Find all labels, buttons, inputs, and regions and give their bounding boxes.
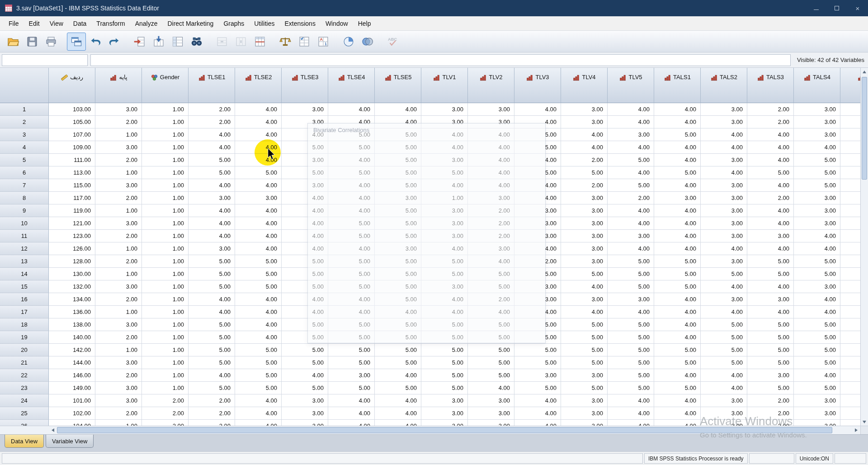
data-cell[interactable]: 4.00 <box>514 103 561 116</box>
data-cell[interactable]: 3.00 <box>794 103 840 116</box>
data-cell[interactable]: 3.00 <box>608 128 654 141</box>
value-labels-button[interactable]: A1 <box>314 33 333 51</box>
data-cell[interactable]: 5.00 <box>421 382 468 394</box>
data-cell[interactable]: 3.00 <box>561 192 608 204</box>
data-cell[interactable]: 3.00 <box>561 116 608 128</box>
find-button[interactable] <box>187 33 206 51</box>
data-cell[interactable]: 4.00 <box>840 141 860 154</box>
data-cell[interactable]: 1.00 <box>95 166 142 179</box>
data-cell[interactable]: 4.00 <box>514 394 561 407</box>
data-cell[interactable]: 4.00 <box>794 242 840 255</box>
column-header-1[interactable]: پایه <box>95 68 142 103</box>
data-cell[interactable]: 5.00 <box>189 268 235 280</box>
data-cell[interactable]: 3.00 <box>840 192 860 204</box>
data-cell[interactable]: 5.00 <box>654 356 701 369</box>
data-cell[interactable]: 3.00 <box>794 217 840 230</box>
data-cell[interactable]: 3.00 <box>794 394 840 407</box>
data-cell[interactable]: 5.00 <box>747 166 794 179</box>
data-cell[interactable]: 4.00 <box>235 407 282 420</box>
data-cell[interactable]: 101.00 <box>49 394 95 407</box>
data-cell[interactable]: 3.00 <box>840 116 860 128</box>
data-cell[interactable]: 5.00 <box>654 382 701 394</box>
data-cell[interactable]: 3.00 <box>561 217 608 230</box>
data-cell[interactable]: 1.00 <box>142 128 189 141</box>
data-cell[interactable]: 5.00 <box>654 166 701 179</box>
data-cell[interactable]: 4.00 <box>608 103 654 116</box>
data-cell[interactable]: 4.00 <box>608 407 654 420</box>
data-cell[interactable]: 5.00 <box>468 369 514 382</box>
data-cell[interactable]: 3.00 <box>794 192 840 204</box>
data-cell[interactable]: 4.00 <box>654 420 701 426</box>
data-cell[interactable]: 4.00 <box>747 141 794 154</box>
data-cell[interactable]: 4.00 <box>654 141 701 154</box>
data-cell[interactable]: 2.00 <box>189 420 235 426</box>
data-cell[interactable]: 3.00 <box>701 217 747 230</box>
data-cell[interactable]: 3.00 <box>95 217 142 230</box>
data-cell[interactable]: 5.00 <box>189 166 235 179</box>
data-cell[interactable]: 4.00 <box>654 204 701 217</box>
data-cell[interactable]: 4.00 <box>189 217 235 230</box>
data-cell[interactable]: 1.00 <box>142 382 189 394</box>
data-cell[interactable]: 3.00 <box>95 382 142 394</box>
data-cell[interactable]: 102.00 <box>49 407 95 420</box>
data-cell[interactable]: 2.00 <box>561 154 608 166</box>
scroll-right-button[interactable] <box>852 426 860 434</box>
goto-variable-button[interactable] <box>149 33 168 51</box>
data-cell[interactable]: 3.00 <box>701 420 747 426</box>
data-cell[interactable]: 3.00 <box>701 179 747 192</box>
data-cell[interactable]: 4.00 <box>561 280 608 293</box>
row-number[interactable]: 21 <box>0 356 49 369</box>
data-cell[interactable]: 5.00 <box>421 369 468 382</box>
data-cell[interactable]: 3.00 <box>561 407 608 420</box>
data-cell[interactable]: 4.00 <box>608 116 654 128</box>
data-cell[interactable]: 5.00 <box>561 356 608 369</box>
vertical-scroll-track[interactable] <box>861 76 868 418</box>
data-cell[interactable]: 5.00 <box>189 154 235 166</box>
data-cell[interactable]: 2.00 <box>608 192 654 204</box>
row-number[interactable]: 16 <box>0 293 49 306</box>
data-cell[interactable]: 1.00 <box>142 280 189 293</box>
menu-utilities[interactable]: Utilities <box>249 20 279 27</box>
data-cell[interactable]: 4.00 <box>375 394 421 407</box>
data-cell[interactable]: 5.00 <box>701 268 747 280</box>
data-cell[interactable]: 4.00 <box>794 306 840 318</box>
data-cell[interactable]: 5.00 <box>189 356 235 369</box>
row-number[interactable]: 6 <box>0 166 49 179</box>
data-cell[interactable]: 5.00 <box>794 255 840 268</box>
data-cell[interactable]: 5.00 <box>794 382 840 394</box>
data-cell[interactable]: 3.00 <box>701 293 747 306</box>
data-cell[interactable]: 1.00 <box>95 306 142 318</box>
data-cell[interactable]: 4.00 <box>608 394 654 407</box>
data-cell[interactable]: 4.00 <box>747 306 794 318</box>
menu-view[interactable]: View <box>45 20 68 27</box>
data-cell[interactable]: 3.00 <box>840 128 860 141</box>
row-number[interactable]: 20 <box>0 344 49 356</box>
data-cell[interactable]: 5.00 <box>468 344 514 356</box>
data-cell[interactable]: 5.00 <box>794 166 840 179</box>
data-cell[interactable]: 4.00 <box>747 280 794 293</box>
data-cell[interactable]: 1.00 <box>142 179 189 192</box>
data-cell[interactable]: 4.00 <box>840 242 860 255</box>
column-header-4[interactable]: TLSE2 <box>235 68 282 103</box>
data-cell[interactable]: 3.00 <box>468 394 514 407</box>
data-cell[interactable]: 3.00 <box>95 179 142 192</box>
data-cell[interactable]: 2.00 <box>95 369 142 382</box>
data-cell[interactable]: 3.00 <box>747 230 794 242</box>
data-cell[interactable]: 3.00 <box>328 369 375 382</box>
data-cell[interactable]: 4.00 <box>328 103 375 116</box>
data-cell[interactable]: 4.00 <box>561 141 608 154</box>
data-cell[interactable]: 4.00 <box>794 230 840 242</box>
row-number[interactable]: 23 <box>0 382 49 394</box>
data-cell[interactable]: 119.00 <box>49 204 95 217</box>
data-cell[interactable]: 4.00 <box>840 306 860 318</box>
data-cell[interactable]: 5.00 <box>794 331 840 344</box>
data-cell[interactable]: 5.00 <box>235 268 282 280</box>
data-cell[interactable]: 4.00 <box>189 306 235 318</box>
data-cell[interactable]: 5.00 <box>375 382 421 394</box>
menu-file[interactable]: File <box>4 20 24 27</box>
cell-reference-box[interactable] <box>2 54 88 66</box>
data-cell[interactable]: 5.00 <box>701 331 747 344</box>
data-cell[interactable]: 3.00 <box>282 103 328 116</box>
data-cell[interactable]: 4.00 <box>468 382 514 394</box>
spell-check-button[interactable]: ABC <box>383 33 402 51</box>
